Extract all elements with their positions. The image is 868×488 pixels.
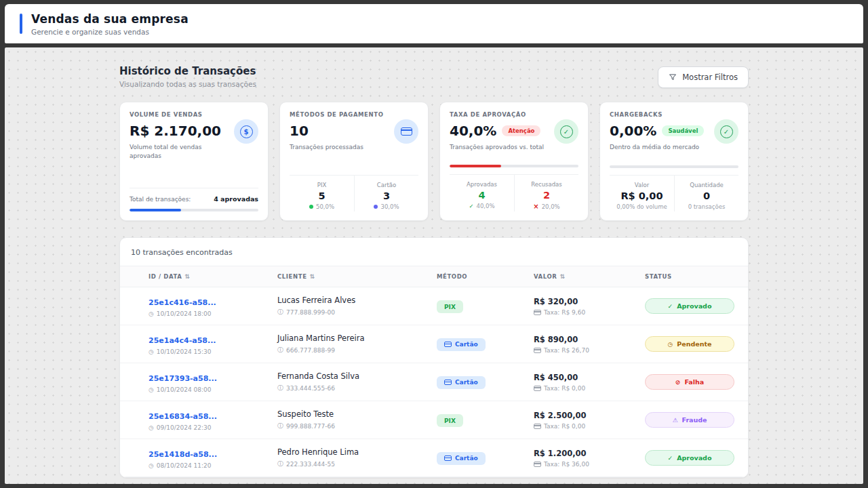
methods-footer: PIX 5 50,0% Cartão 3 30,0% [290,175,418,211]
transaction-value: R$ 450,00 [534,373,645,382]
credit-card-icon [444,380,452,385]
transaction-fee: Taxa: R$ 9,60 [544,309,585,316]
transaction-id-link[interactable]: 25e1c416-a58... [149,298,216,307]
chargeback-qty-stat: Quantidade 0 0 transações [674,176,738,211]
main-area: Histórico de Transações Visualizando tod… [5,47,863,484]
methods-card-stat: Cartão 3 30,0% [354,176,418,211]
column-header-cliente[interactable]: CLIENTE [277,273,437,280]
column-header-metodo: MÉTODO [437,273,534,280]
info-icon [277,422,283,430]
transaction-value: R$ 320,00 [534,297,645,306]
method-label: Cartão [455,341,478,348]
transaction-value: R$ 890,00 [534,335,645,344]
approved-count: 4 [478,190,485,201]
transaction-date: 10/10/2024 08:00 [157,386,212,393]
transactions-table: 10 transações encontradas ID / DATA CLIE… [119,237,749,478]
status-badge: Aprovado [645,298,734,314]
show-filters-button[interactable]: Mostrar Filtros [658,66,749,88]
card-pct: 30,0% [380,203,399,210]
transaction-value: R$ 2.500,00 [534,411,645,420]
results-count: 10 transações encontradas [120,238,748,266]
method-label: PIX [444,304,456,310]
fee-icon [534,348,541,353]
column-label: STATUS [645,273,672,280]
table-header-row: ID / DATA CLIENTE MÉTODO VALOR STATUS [120,266,748,287]
methods-label: MÉTODOS DE PAGAMENTO [290,111,383,118]
client-document: 666.777.888-99 [286,347,335,354]
client-name: Suspeito Teste [277,409,437,419]
transaction-fee: Taxa: R$ 26,70 [544,347,589,354]
status-icon [668,302,673,310]
check-icon [560,125,573,138]
header-accent-bar [20,14,22,34]
stat-card-payment-methods: MÉTODOS DE PAGAMENTO 10 Transações proce… [279,102,429,221]
stat-card-volume: VOLUME DE VENDAS R$ 2.170,00 Volume tota… [119,102,269,221]
section-title: Histórico de Transações [119,65,256,77]
card-count: 3 [383,190,390,201]
methods-value: 10 [290,123,383,139]
volume-progress-fill [130,209,181,211]
methods-description: Transações processadas [290,143,383,152]
status-label: Falha [684,378,704,386]
status-icon [667,340,673,348]
sort-icon [310,273,315,280]
column-header-valor[interactable]: VALOR [534,273,645,280]
methods-pix-stat: PIX 5 50,0% [290,176,354,211]
transaction-value: R$ 1.200,00 [534,449,645,458]
cb-value-label: Valor [635,182,649,188]
refused-count: 2 [543,190,550,201]
transaction-fee: Taxa: R$ 0,00 [544,423,585,430]
client-document: 777.888.999-00 [286,309,335,316]
cb-qty-label: Quantidade [690,182,724,188]
pix-label: PIX [317,182,326,188]
pix-count: 5 [318,190,325,201]
transaction-fee: Taxa: R$ 36,00 [544,461,589,468]
pix-pct: 50,0% [316,203,334,210]
section-subtitle: Visualizando todas as suas transações [119,80,256,88]
volume-footer: Total de transações: 4 aprovadas [130,188,258,211]
check-circle-icon [714,119,738,144]
clock-icon [149,424,154,431]
card-dot-icon [374,205,378,209]
check-mark-icon [469,203,473,209]
fee-icon [534,424,541,429]
method-badge: Cartão [437,452,486,465]
chargebacks-progress-bar [610,165,738,168]
method-badge: Cartão [437,376,486,389]
chargebacks-label: CHARGEBACKS [610,111,704,118]
method-badge: PIX [437,414,463,427]
chargeback-value-stat: Valor R$ 0,00 0,00% do volume [610,176,674,211]
transaction-id-link[interactable]: 25e1a4c4-a58... [149,336,216,345]
filter-icon [669,73,677,81]
volume-footer-label: Total de transações: [130,196,191,203]
clock-icon [149,462,154,469]
transaction-id-link[interactable]: 25e16834-a58... [149,412,217,421]
check-icon [720,125,733,138]
x-mark-icon [533,203,538,210]
info-icon [277,308,283,317]
transaction-id-link[interactable]: 25e1418d-a58... [149,450,217,459]
transaction-id-link[interactable]: 25e17393-a58... [149,374,217,383]
credit-card-icon [401,127,412,136]
credit-card-circle-icon [394,119,418,144]
approved-pct: 40,0% [477,203,495,209]
method-label: Cartão [455,379,478,386]
chargebacks-description: Dentro da média do mercado [610,143,704,152]
fee-icon [534,310,541,315]
sort-icon [559,273,565,280]
info-icon [277,460,283,468]
client-name: Lucas Ferreira Alves [277,296,437,305]
client-document: 222.333.444-55 [286,461,335,468]
stat-card-approval-rate: TAXA DE APROVAÇÃO 40,0% Atenção Transaçõ… [439,102,589,221]
client-document: 333.444.555-66 [286,385,335,392]
chargebacks-footer: Valor R$ 0,00 0,00% do volume Quantidade… [610,175,738,211]
approval-label: TAXA DE APROVAÇÃO [450,111,544,118]
column-header-id-data[interactable]: ID / DATA [149,273,277,280]
approved-stat: Aprovadas 4 40,0% [450,175,514,211]
clock-icon [149,386,154,393]
page-title: Vendas da sua empresa [31,12,189,26]
approved-label: Aprovadas [467,181,497,188]
attention-badge: Atenção [502,125,540,136]
card-label: Cartão [377,182,396,188]
chargebacks-value: 0,00% [610,123,656,139]
